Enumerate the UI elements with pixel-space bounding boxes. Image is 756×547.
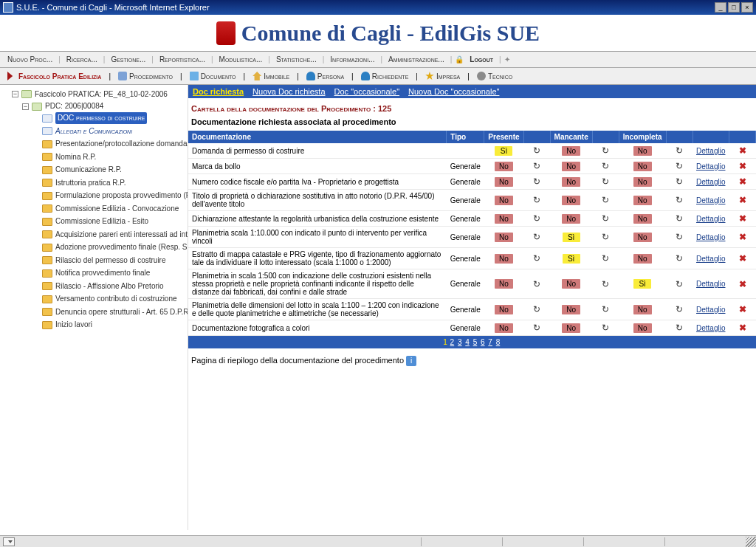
refresh-icon[interactable] xyxy=(600,323,611,333)
refresh-icon[interactable] xyxy=(674,253,684,264)
statusbar-menu-button[interactable] xyxy=(3,537,15,546)
tab[interactable]: Doc "occasionale" xyxy=(334,87,400,96)
tree-item[interactable]: Presentazione/protocollazione domanda xyxy=(32,138,187,150)
collapse-icon[interactable] xyxy=(22,103,29,110)
refresh-icon[interactable] xyxy=(532,161,542,171)
tree-item[interactable]: Acquisizione pareri enti interessati ad … xyxy=(32,229,188,241)
tree-item[interactable]: Rilascio del permesso di costruire xyxy=(32,255,166,266)
menu-item[interactable]: Nuovo Proc... xyxy=(4,54,55,65)
pager-link[interactable]: 7 xyxy=(488,338,492,346)
menu-item[interactable]: Informazioni... xyxy=(327,54,377,65)
th-presente[interactable]: Presente xyxy=(484,131,523,143)
tree-item[interactable]: Adozione provvedimento finale (Resp. S.U… xyxy=(32,241,188,253)
refresh-icon[interactable] xyxy=(674,232,684,242)
toolbar-item[interactable]: Documento xyxy=(187,70,239,82)
toolbar-item[interactable]: Richiedente xyxy=(358,70,412,82)
dettaglio-link[interactable]: Dettaglio xyxy=(696,196,725,204)
menu-item[interactable]: Amministrazione... xyxy=(385,54,447,65)
minimize-button[interactable]: _ xyxy=(715,2,726,13)
cell-refresh[interactable] xyxy=(666,211,693,227)
tree-item[interactable]: Denuncia opere strutturali - Art. 65 D.P… xyxy=(32,306,188,318)
tab[interactable]: Nuova Doc "occasionale" xyxy=(408,87,499,96)
cell-refresh[interactable] xyxy=(592,143,619,159)
pager-link[interactable]: 3 xyxy=(458,338,462,346)
refresh-icon[interactable] xyxy=(600,304,611,314)
tree-sub[interactable]: PDC: 2006|00084 xyxy=(22,100,103,112)
refresh-icon[interactable] xyxy=(674,279,684,289)
plus-icon[interactable]: ✦ xyxy=(504,55,510,63)
refresh-icon[interactable] xyxy=(600,213,611,224)
toolbar-item[interactable]: Impresa xyxy=(422,70,463,82)
dettaglio-link[interactable]: Dettaglio xyxy=(696,178,725,186)
pager-link[interactable]: 4 xyxy=(465,338,470,346)
refresh-icon[interactable] xyxy=(674,304,684,314)
cell-refresh[interactable] xyxy=(666,269,693,299)
refresh-icon[interactable] xyxy=(532,176,542,187)
cell-refresh[interactable] xyxy=(592,248,619,269)
refresh-icon[interactable] xyxy=(532,279,542,289)
tree-item[interactable]: Commissione Edilizia - Convocazione xyxy=(32,203,179,215)
cell-refresh[interactable] xyxy=(592,299,619,320)
delete-icon[interactable]: ✖ xyxy=(739,323,746,333)
delete-icon[interactable]: ✖ xyxy=(739,161,746,171)
tree-item[interactable]: DOC permesso di costruire xyxy=(32,112,147,124)
refresh-icon[interactable] xyxy=(532,145,542,156)
refresh-icon[interactable] xyxy=(674,213,684,224)
cell-refresh[interactable] xyxy=(592,320,619,336)
tree-item[interactable]: Rilascio - Affissione Albo Pretorio xyxy=(32,281,164,292)
delete-icon[interactable]: ✖ xyxy=(739,213,746,224)
tree-item[interactable]: Versamento contributo di costruzione xyxy=(32,293,177,305)
pager-link[interactable]: 8 xyxy=(496,338,501,346)
pager-link[interactable]: 2 xyxy=(450,338,455,346)
tab[interactable]: Nuova Doc richiesta xyxy=(252,87,325,96)
delete-icon[interactable]: ✖ xyxy=(739,145,746,156)
dettaglio-link[interactable]: Dettaglio xyxy=(696,215,725,223)
tree-item[interactable]: Allegati e Comunicazioni xyxy=(32,125,132,137)
cell-refresh[interactable] xyxy=(666,320,693,336)
pager-link[interactable]: 6 xyxy=(481,338,485,346)
dettaglio-link[interactable]: Dettaglio xyxy=(696,147,725,155)
delete-icon[interactable]: ✖ xyxy=(739,253,746,264)
dettaglio-link[interactable]: Dettaglio xyxy=(696,306,725,314)
dettaglio-link[interactable]: Dettaglio xyxy=(696,280,725,288)
dettaglio-link[interactable]: Dettaglio xyxy=(696,324,725,332)
tree-item[interactable]: Formulazione proposta provvedimento (R.P xyxy=(32,190,188,202)
delete-icon[interactable]: ✖ xyxy=(739,279,746,289)
dettaglio-link[interactable]: Dettaglio xyxy=(696,233,725,241)
menu-item[interactable]: Gestione... xyxy=(108,54,148,65)
th-mancante[interactable]: Mancante xyxy=(550,131,592,143)
cell-refresh[interactable] xyxy=(666,190,693,211)
refresh-icon[interactable] xyxy=(532,253,542,264)
cell-refresh[interactable] xyxy=(666,248,693,269)
collapse-icon[interactable] xyxy=(12,91,18,97)
cell-refresh[interactable] xyxy=(592,211,619,227)
th-doc[interactable]: Documentazione xyxy=(188,131,447,143)
info-icon[interactable]: i xyxy=(406,356,416,366)
pager-link[interactable]: 5 xyxy=(473,338,478,346)
refresh-icon[interactable] xyxy=(600,232,611,242)
cell-refresh[interactable] xyxy=(666,227,693,248)
refresh-icon[interactable] xyxy=(532,304,542,314)
cell-refresh[interactable] xyxy=(592,159,619,174)
refresh-icon[interactable] xyxy=(532,323,542,333)
cell-refresh[interactable] xyxy=(523,174,550,190)
refresh-icon[interactable] xyxy=(674,145,684,156)
resize-grip-icon[interactable] xyxy=(746,537,756,547)
refresh-icon[interactable] xyxy=(600,195,611,205)
cell-refresh[interactable] xyxy=(523,320,550,336)
maximize-button[interactable]: □ xyxy=(728,2,740,13)
cell-refresh[interactable] xyxy=(523,299,550,320)
refresh-icon[interactable] xyxy=(674,323,684,333)
toolbar-item[interactable]: Immobile xyxy=(250,70,292,82)
menu-item[interactable]: Statistiche... xyxy=(273,54,320,65)
refresh-icon[interactable] xyxy=(532,213,542,224)
tree-item[interactable]: Comunicazione R.P. xyxy=(32,164,122,176)
dettaglio-link[interactable]: Dettaglio xyxy=(696,162,725,171)
cell-refresh[interactable] xyxy=(666,143,693,159)
cell-refresh[interactable] xyxy=(666,299,693,320)
toolbar-item[interactable]: Fascicolo Pratica Edilizia xyxy=(4,70,104,82)
cell-refresh[interactable] xyxy=(523,248,550,269)
refresh-icon[interactable] xyxy=(532,232,542,242)
cell-refresh[interactable] xyxy=(592,174,619,190)
logout-link[interactable]: Logout xyxy=(467,54,496,65)
